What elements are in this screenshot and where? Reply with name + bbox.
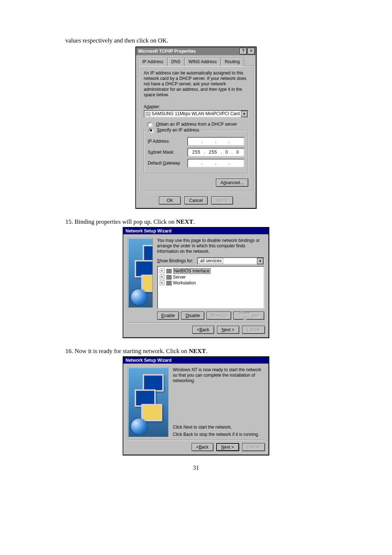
step-15: 15. Binding properties will pop up. Clic… <box>65 218 327 226</box>
tree-item-workstation[interactable]: +Workstation <box>160 280 262 286</box>
subnet-mask-input[interactable]: 255. 255. 0. 0 <box>187 148 244 157</box>
wizard-bindings-intro: You may use this page to disable network… <box>157 238 265 254</box>
wizard-start-titlebar: Network Setup Wizard <box>123 357 269 364</box>
cancel-button: Cancel <box>242 443 265 451</box>
tree-item-netbios[interactable]: +NetBIOS Interface <box>160 268 262 274</box>
ip-address-label: IP Address: <box>148 139 184 144</box>
radio-dhcp[interactable] <box>147 122 152 127</box>
tcpip-button-row: OK Cancel Apply <box>136 194 256 208</box>
step-15-num: 15. <box>65 218 75 225</box>
tab-ip-address[interactable]: IP Address <box>138 58 167 66</box>
step-16-text-b: . <box>206 348 207 355</box>
step-16-bold: NEXT <box>189 348 206 355</box>
ip-address-input[interactable]: . . . <box>187 137 244 146</box>
specify-groupbox: Specify an IP address IP Address: . . . … <box>144 130 248 174</box>
default-gateway-label: Default Gateway: <box>148 161 184 166</box>
radio-dhcp-label: Obtain an IP address from a DHCP server <box>156 122 237 127</box>
move-down-button: Move Down <box>233 312 264 320</box>
subnet-octet-3: 0 <box>225 150 228 155</box>
show-bindings-value: all services <box>199 258 223 264</box>
help-icon[interactable]: ? <box>240 48 247 54</box>
show-bindings-dropdown[interactable]: all services ▼ <box>197 257 264 264</box>
adapter-dropdown[interactable]: [1] SAMSUNG 11Mbps WLAN MiniPCI/PCI Card… <box>144 110 248 117</box>
adapter-value: [1] SAMSUNG 11Mbps WLAN MiniPCI/PCI Card <box>146 111 240 116</box>
step-16-num: 16. <box>65 348 75 355</box>
wizard-start-line2: Click Next to start the network. <box>173 425 264 430</box>
wizard-sidebar-image <box>128 238 153 308</box>
next-button[interactable]: Next > <box>217 326 239 334</box>
subnet-octet-4: 0 <box>236 150 239 155</box>
subnet-octet-1: 255 <box>192 150 201 155</box>
cancel-button: Cancel <box>242 326 265 334</box>
adapter-label: Adapter: <box>144 104 248 109</box>
wizard-bindings-dialog: Network Setup Wizard You may use this pa… <box>123 227 269 338</box>
cancel-button[interactable]: Cancel <box>184 197 207 204</box>
tree-item-server[interactable]: +Server <box>160 274 262 280</box>
tab-dns[interactable]: DNS <box>167 58 184 66</box>
advanced-button[interactable]: Advanced... <box>216 179 248 187</box>
chevron-down-icon[interactable]: ▼ <box>257 258 264 264</box>
chevron-down-icon[interactable]: ▼ <box>241 111 248 117</box>
back-button[interactable]: < Back <box>192 326 214 334</box>
radio-dhcp-row[interactable]: Obtain an IP address from a DHCP server <box>147 122 248 127</box>
close-icon[interactable]: × <box>248 48 255 54</box>
show-bindings-label: Show Bindings for: <box>157 258 193 263</box>
ok-button[interactable]: OK <box>159 197 181 204</box>
move-up-button: Move Up <box>207 312 231 320</box>
tab-routing[interactable]: Routing <box>221 58 244 66</box>
step-16-text-a: Now it is ready for starting network. Cl… <box>75 348 189 355</box>
page-number: 31 <box>65 465 327 471</box>
wizard-bindings-button-row: < Back Next > Cancel <box>123 323 269 337</box>
tcpip-titlebar: Microsoft TCP/IP Properties ? × <box>136 47 256 55</box>
radio-specify-label: Specify an IP address <box>157 127 199 133</box>
intro-line: values respectively and then click on OK… <box>65 37 327 44</box>
tcpip-info-text: An IP address can be automatically assig… <box>144 70 248 98</box>
step-15-text-a: Binding properties will pop up. Click on <box>75 218 176 225</box>
tab-wins-address[interactable]: WINS Address <box>184 58 221 66</box>
wizard-start-title: Network Setup Wizard <box>126 358 172 363</box>
default-gateway-input[interactable]: . . . <box>187 159 244 167</box>
subnet-mask-label: Subnet Mask: <box>148 150 184 155</box>
bindings-tree[interactable]: +NetBIOS Interface +Server +Workstation <box>157 266 265 309</box>
wizard-bindings-titlebar: Network Setup Wizard <box>123 228 269 234</box>
wizard-start-line1: Windows NT is now ready to start the net… <box>173 367 264 384</box>
subnet-octet-2: 255 <box>209 150 217 155</box>
disable-button[interactable]: Disable <box>181 312 204 320</box>
enable-button[interactable]: Enable <box>157 312 179 320</box>
wizard-start-line3: Click Back to stop the network if it is … <box>173 432 264 437</box>
back-button[interactable]: < Back <box>192 443 213 451</box>
radio-specify[interactable] <box>148 128 154 133</box>
wizard-bindings-title: Network Setup Wizard <box>126 228 172 234</box>
tab-row: IP Address DNS WINS Address Routing <box>136 55 256 66</box>
apply-button: Apply <box>211 197 233 204</box>
tcpip-dialog: Microsoft TCP/IP Properties ? × IP Addre… <box>135 46 257 209</box>
tcpip-title: Microsoft TCP/IP Properties <box>138 49 196 54</box>
step-16: 16. Now it is ready for starting network… <box>65 348 327 355</box>
step-15-bold: NEXT <box>176 218 193 225</box>
next-button[interactable]: Next > <box>216 443 239 451</box>
tab-body: An IP address can be automatically assig… <box>138 66 254 191</box>
wizard-start-dialog: Network Setup Wizard Windows NT is now r… <box>123 356 269 455</box>
wizard-start-button-row: < Back Next > Cancel <box>123 440 269 455</box>
wizard-sidebar-image <box>128 367 168 437</box>
radio-specify-row[interactable]: Specify an IP address <box>147 127 201 133</box>
step-15-text-b: . <box>193 218 195 225</box>
